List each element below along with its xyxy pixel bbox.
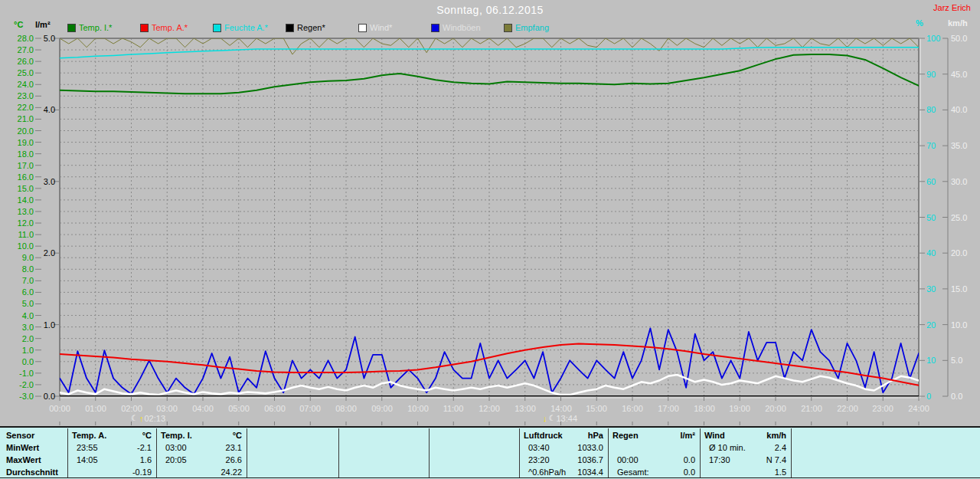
tick-rain: 1.0: [35, 320, 55, 330]
tick-celsius: 1.0: [5, 346, 34, 355]
table-divider: [791, 428, 792, 477]
tick-celsius: -2.0: [5, 380, 34, 389]
table-divider: [700, 428, 701, 477]
table-cell-value: 1.6: [72, 455, 152, 465]
table-col-unit: l/m²: [612, 431, 695, 441]
tick-celsius: 3.0: [5, 323, 34, 332]
tick-celsius: 17.0: [5, 161, 34, 170]
tick-humidity: 80: [926, 105, 949, 114]
time-label: 16:00: [616, 404, 649, 413]
tick-humidity: 20: [926, 320, 949, 330]
tick-humidity: 0: [926, 392, 949, 401]
tick-humidity: 40: [926, 248, 949, 258]
time-label: 19:00: [723, 404, 756, 413]
tick-celsius: 10.0: [5, 241, 34, 251]
table-cell-value: 0.0: [612, 468, 695, 477]
tick-celsius: 18.0: [5, 149, 34, 159]
tick-windspeed: 30.0: [951, 177, 977, 186]
arrow-down-icon: ↓: [543, 415, 547, 422]
tick-celsius: 14.0: [5, 195, 34, 205]
tick-celsius: 23.0: [5, 91, 34, 100]
table-cell-value: 1034.4: [524, 468, 603, 477]
time-label: 11:00: [436, 404, 470, 413]
table-divider: [608, 428, 609, 477]
tick-celsius: 19.0: [5, 138, 34, 147]
table-cell-value: 2.4: [704, 443, 786, 453]
tick-celsius: 24.0: [5, 80, 34, 89]
table-cell-value: 23.1: [161, 443, 242, 453]
arrow-up-icon: ↑: [139, 415, 144, 422]
tick-celsius: 9.0: [5, 253, 34, 262]
tick-humidity: 10: [926, 356, 949, 365]
tick-celsius: 7.0: [5, 276, 34, 285]
table-divider: [338, 428, 339, 477]
tick-humidity: 90: [926, 70, 949, 79]
table-bottom-border: [0, 477, 980, 478]
tick-humidity: 100: [926, 34, 949, 43]
tick-celsius: 26.0: [5, 57, 34, 66]
tick-celsius: -1.0: [5, 369, 34, 378]
tick-humidity: 30: [926, 284, 949, 294]
chart-plot[interactable]: [0, 0, 980, 426]
time-label: 00:00: [43, 404, 77, 413]
tick-celsius: 22.0: [5, 103, 34, 112]
table-cell-value: -0.19: [72, 468, 152, 477]
table-cell-value: 24.22: [161, 468, 242, 477]
sensor-summary-table: SensorMinWertMaxWertDurchschnittTemp. A.…: [0, 426, 980, 479]
tick-windspeed: 25.0: [951, 213, 977, 222]
table-cell-value: 0.0: [612, 455, 695, 465]
marker-time: 02:13: [144, 414, 165, 423]
time-label: 09:00: [365, 404, 399, 413]
table-divider: [156, 428, 157, 477]
time-label: 05:00: [222, 404, 256, 413]
time-label: 18:00: [688, 404, 721, 413]
tick-windspeed: 15.0: [951, 284, 977, 294]
tick-celsius: 11.0: [5, 230, 34, 239]
tick-celsius: 28.0: [5, 34, 34, 43]
moonset-marker: ↓☾13:44: [542, 414, 577, 423]
tick-celsius: 21.0: [5, 114, 34, 123]
table-col-unit: °C: [72, 431, 152, 441]
table-col-unit: °C: [161, 431, 242, 441]
tick-windspeed: 40.0: [951, 105, 977, 114]
tick-rain: 3.0: [35, 177, 55, 186]
time-label: 23:00: [866, 404, 900, 413]
time-label: 08:00: [329, 404, 363, 413]
tick-windspeed: 10.0: [951, 320, 977, 330]
table-col-unit: km/h: [704, 431, 786, 441]
time-label: 24:00: [902, 404, 936, 413]
table-cell-value: 1036.7: [524, 455, 603, 465]
time-label: 07:00: [293, 404, 327, 413]
time-label: 04:00: [186, 404, 220, 413]
time-label: 03:00: [150, 404, 184, 413]
tick-celsius: 27.0: [5, 45, 34, 54]
time-label: 22:00: [831, 404, 864, 413]
time-label: 12:00: [472, 404, 506, 413]
tick-celsius: 0.0: [5, 357, 34, 366]
table-divider: [429, 428, 430, 477]
time-label: 20:00: [759, 404, 792, 413]
tick-celsius: -3.0: [5, 392, 34, 401]
table-divider: [247, 428, 247, 477]
tick-windspeed: 20.0: [951, 248, 977, 258]
table-cell-value: 1033.0: [524, 443, 603, 453]
tick-rain: 2.0: [35, 248, 55, 258]
tick-celsius: 8.0: [5, 264, 34, 274]
table-divider: [519, 428, 520, 477]
tick-celsius: 13.0: [5, 207, 34, 216]
tick-rain: 5.0: [35, 34, 55, 43]
time-label: 21:00: [795, 404, 828, 413]
table-divider: [67, 428, 68, 477]
table-cell-value: N 7.4: [704, 455, 786, 465]
time-label: 17:00: [652, 404, 685, 413]
tick-humidity: 70: [926, 141, 949, 150]
table-cell-value: 26.6: [161, 455, 242, 465]
time-label: 06:00: [258, 404, 292, 413]
tick-celsius: 4.0: [5, 311, 34, 320]
table-row-label: MinWert: [6, 443, 39, 453]
tick-windspeed: 45.0: [951, 70, 977, 79]
tick-celsius: 2.0: [5, 334, 34, 343]
time-label: 01:00: [79, 404, 113, 413]
tick-rain: 4.0: [35, 105, 55, 114]
marker-time: 13:44: [556, 414, 577, 423]
